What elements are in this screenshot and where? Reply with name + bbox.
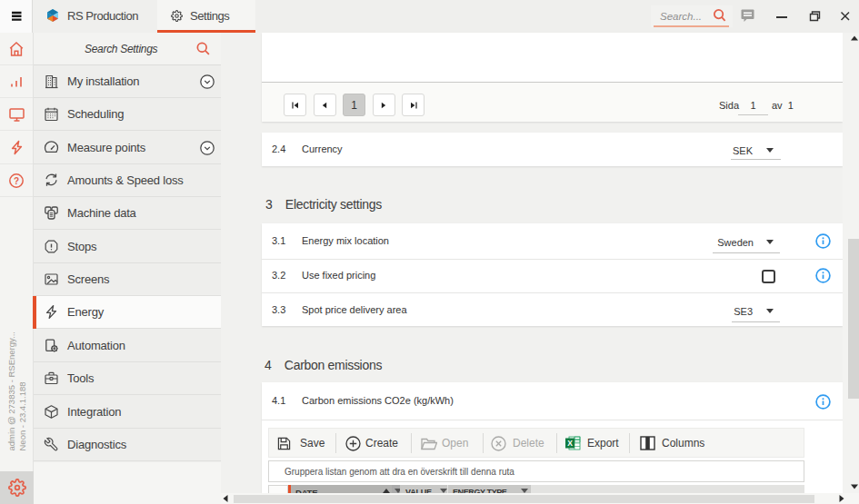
svg-text:X: X (567, 439, 573, 448)
svg-text:?: ? (14, 175, 19, 185)
